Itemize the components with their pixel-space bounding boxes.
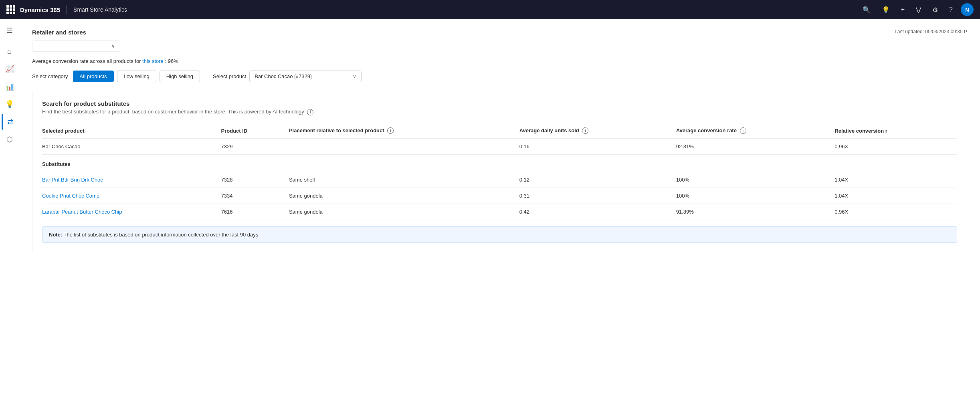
- substitute-1-avg-units: 0.12: [519, 172, 676, 188]
- table-substitutes-header: Substitutes: [42, 155, 957, 172]
- substitute-3-avg-conversion: 91.89%: [676, 204, 835, 220]
- table-row-substitute-2[interactable]: Cookie Pnut Choc Comp 7334 Same gondola …: [42, 188, 957, 204]
- substitute-2-name[interactable]: Cookie Pnut Choc Comp: [42, 188, 221, 204]
- substitutes-table: Selected product Product ID Placement re…: [42, 123, 957, 220]
- note-text: The list of substitutes is based on prod…: [64, 232, 260, 238]
- selected-product-name: Bar Choc Cacao: [42, 138, 221, 155]
- conversion-note-suffix: : 96%: [165, 58, 178, 64]
- substitute-1-id: 7328: [221, 172, 289, 188]
- note-box: Note: The list of substitutes is based o…: [42, 226, 957, 243]
- notification-icon[interactable]: 💡: [882, 6, 890, 14]
- top-navigation: Dynamics 365 Smart Store Analytics 🔍 💡 +…: [0, 0, 980, 19]
- sidebar-item-home[interactable]: ⌂: [2, 43, 18, 59]
- filter-all-products[interactable]: All products: [73, 71, 114, 82]
- search-section: Search for product substitutes Find the …: [32, 92, 967, 251]
- col-header-product-id: Product ID: [221, 123, 289, 139]
- ai-info-icon[interactable]: i: [307, 109, 313, 115]
- help-icon[interactable]: ?: [949, 6, 953, 13]
- table-row-substitute-1[interactable]: Bar Pnt Bttr Bnn Drk Choc 7328 Same shel…: [42, 172, 957, 188]
- col-header-relative-conversion: Relative conversion r: [835, 123, 957, 139]
- sidebar-item-insights[interactable]: 💡: [2, 96, 18, 112]
- substitute-3-placement: Same gondola: [289, 204, 519, 220]
- substitute-2-avg-units: 0.31: [519, 188, 676, 204]
- substitute-1-placement: Same shelf: [289, 172, 519, 188]
- substitute-1-avg-conversion: 100%: [676, 172, 835, 188]
- substitute-3-id: 7616: [221, 204, 289, 220]
- store-selector-chevron-icon: ∨: [111, 43, 115, 49]
- col-header-product: Selected product: [42, 123, 221, 139]
- selected-product-avg-conversion: 92.31%: [676, 138, 835, 155]
- app-grid-icon[interactable]: [6, 5, 15, 14]
- product-selector-chevron-icon: ∨: [353, 74, 356, 79]
- selected-product-placement: -: [289, 138, 519, 155]
- table-row-substitute-3[interactable]: Larabar Peanut Butter Choco Chip 7616 Sa…: [42, 204, 957, 220]
- user-avatar[interactable]: N: [961, 3, 974, 16]
- substitute-3-name[interactable]: Larabar Peanut Butter Choco Chip: [42, 204, 221, 220]
- sidebar-item-substitutes[interactable]: ⇄: [2, 114, 18, 130]
- product-selector-label: Select product: [213, 73, 246, 79]
- search-icon[interactable]: 🔍: [863, 6, 871, 14]
- substitute-2-id: 7334: [221, 188, 289, 204]
- filter-low-selling[interactable]: Low selling: [117, 71, 156, 82]
- table-row-selected-product: Bar Choc Cacao 7329 - 0.16 92.31% 0.96X: [42, 138, 957, 155]
- store-selector-dropdown[interactable]: ∨: [32, 40, 120, 52]
- sidebar-item-other[interactable]: ⬡: [2, 131, 18, 147]
- sidebar-item-reports[interactable]: 📊: [2, 79, 18, 95]
- sidebar-item-analytics[interactable]: 📈: [2, 61, 18, 77]
- side-navigation: ☰ ⌂ 📈 📊 💡 ⇄ ⬡: [0, 19, 19, 416]
- substitute-1-relative-conversion: 1.04X: [835, 172, 957, 188]
- substitute-2-placement: Same gondola: [289, 188, 519, 204]
- substitutes-section-label: Substitutes: [42, 155, 957, 172]
- selected-product-id: 7329: [221, 138, 289, 155]
- conversion-note: Average conversion rate across all produ…: [32, 58, 967, 64]
- category-filter-label: Select category: [32, 73, 68, 79]
- note-label: Note:: [49, 232, 62, 238]
- search-section-title: Search for product substitutes: [42, 100, 957, 107]
- settings-icon[interactable]: ⚙: [932, 6, 938, 14]
- search-section-subtitle: Find the best substitutes for a product,…: [42, 109, 957, 115]
- product-selector-dropdown[interactable]: Bar Choc Cacao [#7329] ∨: [249, 71, 362, 82]
- avg-units-info-icon[interactable]: i: [582, 127, 588, 134]
- search-subtitle-text: Find the best substitutes for a product,…: [42, 109, 304, 115]
- substitute-3-relative-conversion: 0.96X: [835, 204, 957, 220]
- substitute-2-relative-conversion: 1.04X: [835, 188, 957, 204]
- conversion-note-prefix: Average conversion rate across all produ…: [32, 58, 141, 64]
- selected-product-relative-conversion: 0.96X: [835, 138, 957, 155]
- page-title: Retailer and stores: [32, 29, 120, 36]
- conversion-note-highlight: this store: [142, 58, 164, 64]
- page-header-row: Retailer and stores ∨ Last updated: 05/0…: [32, 29, 967, 57]
- app-module-title: Smart Store Analytics: [73, 6, 127, 13]
- substitute-3-avg-units: 0.42: [519, 204, 676, 220]
- col-header-avg-conversion: Average conversion rate i: [676, 123, 835, 139]
- main-content: Retailer and stores ∨ Last updated: 05/0…: [19, 19, 980, 416]
- filter-bar: Select category All products Low selling…: [32, 71, 967, 82]
- product-selector-value: Bar Choc Cacao [#7329]: [255, 73, 311, 79]
- filter-high-selling[interactable]: High selling: [160, 71, 200, 82]
- nav-divider: [67, 5, 67, 14]
- sidebar-item-menu[interactable]: ☰: [2, 22, 18, 38]
- avg-conversion-info-icon[interactable]: i: [740, 127, 746, 134]
- placement-info-icon[interactable]: i: [387, 127, 394, 134]
- selected-product-avg-units: 0.16: [519, 138, 676, 155]
- filter-icon[interactable]: ⋁: [916, 6, 921, 14]
- substitute-2-avg-conversion: 100%: [676, 188, 835, 204]
- col-header-avg-units: Average daily units sold i: [519, 123, 676, 139]
- substitute-1-name[interactable]: Bar Pnt Bttr Bnn Drk Choc: [42, 172, 221, 188]
- last-updated-label: Last updated: 05/03/2023 09:35 P: [895, 29, 967, 34]
- col-header-placement: Placement relative to selected product i: [289, 123, 519, 139]
- app-brand: Dynamics 365: [20, 6, 60, 13]
- table-header-row: Selected product Product ID Placement re…: [42, 123, 957, 139]
- add-icon[interactable]: +: [901, 6, 905, 13]
